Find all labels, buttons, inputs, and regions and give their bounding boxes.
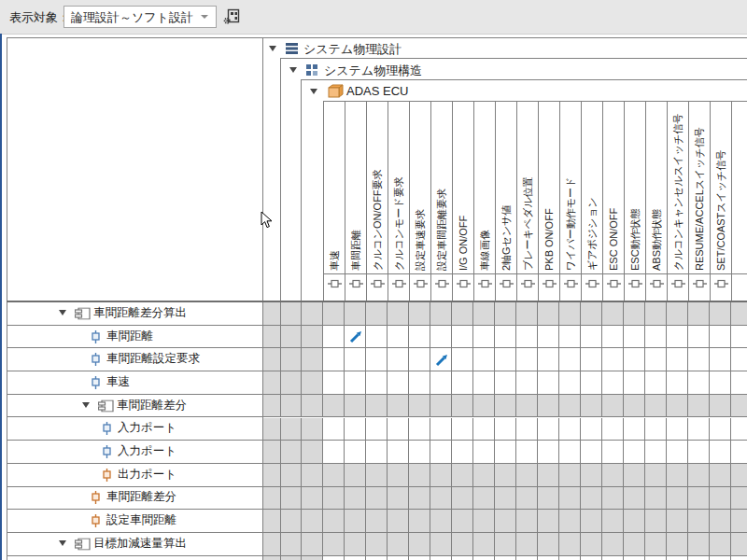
matrix-cell[interactable] [559, 326, 581, 348]
matrix-cell[interactable] [581, 302, 602, 325]
matrix-cell[interactable] [688, 487, 710, 510]
matrix-cell[interactable] [538, 441, 559, 463]
matrix-cell[interactable] [473, 418, 495, 441]
matrix-cell[interactable] [345, 510, 366, 532]
matrix-cell[interactable] [624, 326, 645, 348]
matrix-cell[interactable] [345, 395, 366, 417]
matrix-cell[interactable] [559, 441, 581, 463]
matrix-cell[interactable] [667, 326, 688, 348]
expander-icon[interactable] [289, 67, 297, 73]
matrix-cell[interactable] [667, 464, 688, 486]
matrix-cell[interactable] [538, 302, 559, 325]
matrix-cell[interactable] [323, 348, 345, 371]
matrix-cell[interactable] [624, 302, 645, 325]
matrix-cell[interactable] [710, 326, 731, 348]
matrix-cell[interactable] [516, 464, 538, 486]
expander-icon[interactable] [269, 46, 276, 51]
matrix-cell[interactable] [645, 556, 667, 560]
matrix-column-header[interactable]: ギアポジション [581, 101, 603, 301]
matrix-cell[interactable] [388, 533, 409, 555]
matrix-cell[interactable] [452, 326, 473, 348]
matrix-column-header[interactable]: RESUME/ACCELスイッチ信号 [688, 101, 711, 301]
matrix-cell[interactable] [516, 395, 538, 417]
matrix-cell[interactable] [388, 395, 409, 417]
matrix-row-header[interactable]: 車間距離 [7, 326, 262, 349]
matrix-cell[interactable] [667, 395, 688, 417]
matrix-cell[interactable] [495, 556, 516, 560]
matrix-cell[interactable] [409, 510, 430, 532]
matrix-cell[interactable] [538, 464, 559, 486]
matrix-cell[interactable] [624, 418, 645, 441]
matrix-cell[interactable] [581, 326, 602, 348]
matrix-cell[interactable] [688, 464, 710, 486]
matrix-cell[interactable] [452, 487, 473, 510]
matrix-cell[interactable] [430, 556, 452, 560]
matrix-row-header[interactable]: 出力ポート [7, 464, 262, 487]
matrix-cell[interactable] [624, 487, 645, 510]
matrix-cell[interactable] [645, 441, 667, 463]
matrix-cell[interactable] [409, 487, 430, 510]
matrix-cell[interactable] [495, 510, 516, 532]
matrix-cell[interactable] [323, 464, 345, 486]
matrix-column-header[interactable]: 設定車速要求 [409, 101, 431, 301]
matrix-row-header[interactable]: 設定車間距離 [7, 510, 262, 533]
matrix-row-header[interactable]: 車間距離差分 [7, 487, 262, 511]
matrix-cell[interactable] [538, 510, 559, 532]
matrix-cell[interactable] [430, 464, 452, 486]
matrix-cell[interactable] [645, 348, 667, 371]
matrix-cell[interactable] [581, 533, 602, 555]
matrix-cell[interactable] [602, 348, 624, 371]
matrix-cell[interactable] [323, 326, 345, 348]
matrix-column-header[interactable]: ESC ON/OFF [602, 101, 625, 301]
matrix-cell[interactable] [345, 441, 366, 463]
matrix-cell[interactable] [430, 302, 452, 325]
matrix-cell[interactable] [388, 556, 409, 560]
matrix-row-header[interactable]: 車間距離差分算出 [7, 302, 262, 326]
matrix-cell[interactable] [559, 395, 581, 417]
matrix-cell[interactable] [345, 348, 366, 371]
matrix-cell[interactable] [495, 441, 516, 463]
matrix-cell[interactable] [366, 326, 388, 348]
matrix-cell[interactable] [452, 302, 473, 325]
matrix-cell[interactable] [388, 487, 409, 510]
matrix-cell[interactable] [538, 326, 559, 348]
matrix-cell[interactable] [366, 418, 388, 441]
matrix-cell[interactable] [710, 371, 731, 394]
matrix-cell[interactable] [559, 464, 581, 486]
matrix-cell[interactable] [495, 487, 516, 510]
matrix-cell[interactable] [516, 371, 538, 394]
matrix-cell[interactable] [710, 464, 731, 486]
matrix-cell[interactable] [602, 556, 624, 560]
expander-icon[interactable] [310, 89, 317, 94]
matrix-settings-button[interactable] [221, 6, 243, 27]
matrix-cell[interactable] [602, 302, 624, 325]
matrix-cell[interactable] [430, 533, 452, 555]
matrix-column-header[interactable]: クルコンキャンセルスイッチ信号 [667, 101, 689, 301]
matrix-cell[interactable] [323, 441, 345, 463]
matrix-cell[interactable] [430, 418, 452, 441]
matrix-column-header[interactable]: ABS動作状態 [645, 101, 668, 301]
matrix-cell[interactable] [473, 348, 495, 371]
trace-link-arrow[interactable] [347, 329, 364, 345]
matrix-cell[interactable] [645, 510, 667, 532]
matrix-cell[interactable] [388, 348, 409, 371]
matrix-cell[interactable] [688, 348, 710, 371]
matrix-cell[interactable] [473, 556, 495, 560]
matrix-cell[interactable] [409, 556, 430, 560]
matrix-cell[interactable] [538, 533, 559, 555]
matrix-cell[interactable] [688, 395, 710, 417]
matrix-cell[interactable] [323, 395, 345, 417]
matrix-cell[interactable] [581, 418, 602, 441]
matrix-cell[interactable] [710, 556, 731, 560]
matrix-column-header[interactable]: ブレーキペダル位置 [516, 101, 539, 301]
matrix-cell[interactable] [538, 348, 559, 371]
matrix-column-header[interactable]: ワイパー動作モード [559, 101, 582, 301]
matrix-cell[interactable] [516, 326, 538, 348]
matrix-cell[interactable] [559, 533, 581, 555]
matrix-column-header[interactable]: 車線画像 [473, 101, 496, 301]
matrix-cell[interactable] [538, 556, 559, 560]
matrix-cell[interactable] [516, 441, 538, 463]
matrix-cell[interactable] [409, 395, 430, 417]
matrix-cell[interactable] [323, 302, 345, 325]
matrix-cell[interactable] [345, 302, 366, 325]
